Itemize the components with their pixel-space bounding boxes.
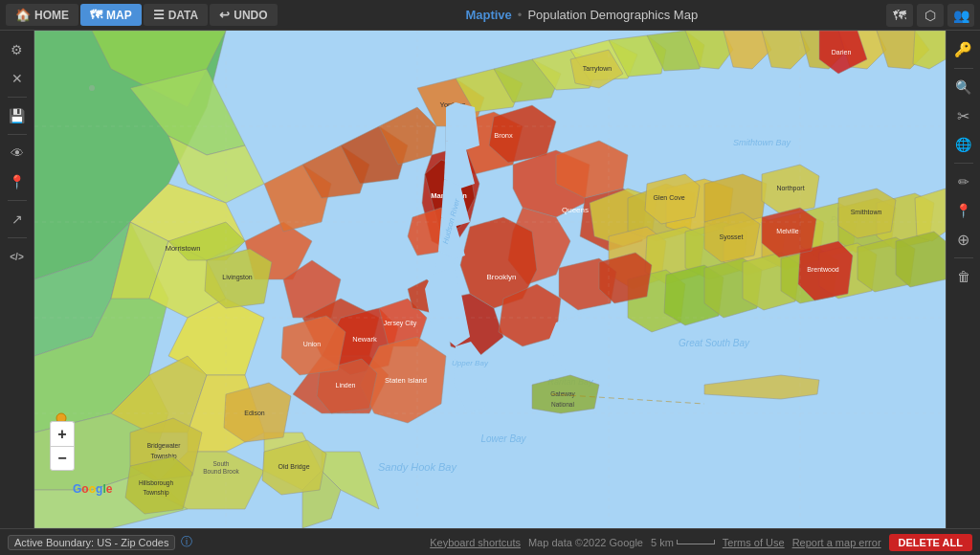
svg-text:Bronx: Bronx xyxy=(494,131,513,140)
svg-text:Hillsborough: Hillsborough xyxy=(139,479,174,487)
right-sidebar-separator-1 xyxy=(954,68,973,69)
svg-text:Linden: Linden xyxy=(335,382,355,388)
scale-bar xyxy=(677,540,715,544)
svg-text:Bound Brook: Bound Brook xyxy=(203,468,239,475)
bottom-right: Keyboard shortcuts Map data ©2022 Google… xyxy=(430,534,972,551)
scale-label: 5 km xyxy=(651,537,715,548)
share-button[interactable]: ↗ xyxy=(4,206,31,233)
save-button[interactable]: 💾 xyxy=(4,102,31,129)
key-button[interactable]: 🔑 xyxy=(950,36,977,63)
page-title: Population Demographics Map xyxy=(527,8,698,22)
marker-button[interactable]: 📍 xyxy=(950,197,977,224)
layers-button[interactable]: ⬡ xyxy=(917,4,944,27)
keyboard-shortcuts-link[interactable]: Keyboard shortcuts xyxy=(430,537,521,548)
undo-icon: ↩ xyxy=(219,8,230,22)
svg-text:Upper Bay: Upper Bay xyxy=(452,359,489,367)
home-icon: 🏠 xyxy=(15,8,31,22)
map-data-label: Map data ©2022 Google xyxy=(528,537,643,548)
svg-text:Northport: Northport xyxy=(776,185,804,192)
svg-marker-110 xyxy=(599,253,652,303)
topbar-center: Maptive • Population Demographics Map xyxy=(283,8,880,22)
title-separator: • xyxy=(518,8,523,22)
map-style-button[interactable]: 🗺 xyxy=(886,4,913,27)
right-sidebar-separator-2 xyxy=(954,163,973,164)
svg-text:Sandy Hook Bay: Sandy Hook Bay xyxy=(378,461,457,473)
svg-marker-96 xyxy=(896,232,946,287)
app-name: Maptive xyxy=(465,8,511,22)
sidebar-separator-3 xyxy=(8,200,27,201)
left-sidebar: ⚙ ✕ 💾 👁 📍 ↗ </> xyxy=(0,31,34,528)
data-label: DATA xyxy=(168,9,199,22)
svg-text:Lower Bay: Lower Bay xyxy=(480,433,526,444)
report-link[interactable]: Report a map error xyxy=(792,537,881,548)
svg-text:Newark: Newark xyxy=(352,335,377,344)
settings-button[interactable]: ⚙ xyxy=(4,36,31,63)
people-button[interactable]: 👥 xyxy=(947,4,974,27)
locate-button[interactable]: ⊕ xyxy=(950,226,977,253)
svg-text:Brentwood: Brentwood xyxy=(807,266,839,273)
map-icon: 🗺 xyxy=(90,8,102,22)
zoom-in-button[interactable]: + xyxy=(50,421,75,446)
svg-text:Edison: Edison xyxy=(244,410,265,416)
svg-text:Old Bridge: Old Bridge xyxy=(278,463,309,471)
data-icon: ☰ xyxy=(153,8,165,22)
svg-text:Tarrytown: Tarrytown xyxy=(583,65,612,73)
topbar-left: 🏠 HOME 🗺 MAP ☰ DATA ↩ UNDO xyxy=(0,4,283,26)
svg-text:National: National xyxy=(551,401,574,408)
svg-text:Jersey City: Jersey City xyxy=(384,320,417,327)
visibility-button[interactable]: 👁 xyxy=(4,140,31,166)
draw-button[interactable]: ✏ xyxy=(950,168,977,195)
boundary-info-icon: ⓘ xyxy=(181,534,192,550)
svg-text:Morristown: Morristown xyxy=(166,244,201,253)
map-label: MAP xyxy=(106,9,132,22)
svg-text:Smithtown Bay: Smithtown Bay xyxy=(733,138,791,147)
svg-text:Great South Bay: Great South Bay xyxy=(679,338,750,348)
map-button[interactable]: 🗺 MAP xyxy=(80,4,142,26)
right-sidebar: 🔑 🔍 ✂ 🌐 ✏ 📍 ⊕ 🗑 xyxy=(946,31,980,528)
home-label: HOME xyxy=(34,9,69,22)
map-container[interactable]: Sandy Hook Bay Lower Bay Raritan Bay Gre… xyxy=(34,31,946,528)
undo-button[interactable]: ↩ UNDO xyxy=(210,4,277,26)
scale-value: 5 km xyxy=(651,537,674,548)
svg-point-151 xyxy=(89,85,95,91)
tools-button[interactable]: ✂ xyxy=(950,102,977,129)
svg-text:Union: Union xyxy=(303,341,321,347)
terms-link[interactable]: Terms of Use xyxy=(723,537,785,548)
svg-text:Township: Township xyxy=(143,489,168,497)
bottom-left: Active Boundary: US - Zip Codes ⓘ xyxy=(8,534,192,550)
data-button[interactable]: ☰ DATA xyxy=(144,4,209,26)
zoom-controls: + − xyxy=(50,421,75,471)
svg-text:Syosset: Syosset xyxy=(720,233,744,241)
svg-text:Staten Island: Staten Island xyxy=(385,376,427,385)
svg-text:Livingston: Livingston xyxy=(222,274,253,281)
bottom-bar: Active Boundary: US - Zip Codes ⓘ Keyboa… xyxy=(0,528,980,555)
sidebar-separator-2 xyxy=(8,134,27,135)
undo-label: UNDO xyxy=(234,9,267,22)
svg-text:Darien: Darien xyxy=(832,49,852,56)
map-svg: Sandy Hook Bay Lower Bay Raritan Bay Gre… xyxy=(34,31,946,528)
top-bar: 🏠 HOME 🗺 MAP ☰ DATA ↩ UNDO Maptive • Pop… xyxy=(0,0,980,31)
svg-text:South: South xyxy=(213,460,230,467)
svg-text:Bridgewater: Bridgewater xyxy=(147,442,182,450)
svg-text:Queens: Queens xyxy=(562,206,589,214)
sidebar-separator-4 xyxy=(8,237,27,238)
boundary-label: Active Boundary: US - Zip Codes xyxy=(8,535,175,550)
close-button[interactable]: ✕ xyxy=(4,65,31,92)
pin-button[interactable]: 📍 xyxy=(4,168,31,195)
embed-button[interactable]: </> xyxy=(4,243,31,270)
globe-button[interactable]: 🌐 xyxy=(950,131,977,158)
zoom-out-button[interactable]: − xyxy=(50,446,75,471)
svg-text:Glen Cove: Glen Cove xyxy=(653,194,684,201)
svg-text:Smithtown: Smithtown xyxy=(851,209,882,215)
google-logo: Google xyxy=(73,482,112,496)
search-button[interactable]: 🔍 xyxy=(950,74,977,100)
right-sidebar-separator-3 xyxy=(954,257,973,258)
home-button[interactable]: 🏠 HOME xyxy=(6,4,78,26)
topbar-right: 🗺 ⬡ 👥 xyxy=(880,4,980,27)
sidebar-separator-1 xyxy=(8,97,27,98)
svg-text:Melville: Melville xyxy=(776,228,798,234)
delete-icon-button[interactable]: 🗑 xyxy=(950,263,977,290)
svg-text:Brooklyn: Brooklyn xyxy=(486,273,516,281)
delete-all-button[interactable]: DELETE ALL xyxy=(889,534,972,551)
